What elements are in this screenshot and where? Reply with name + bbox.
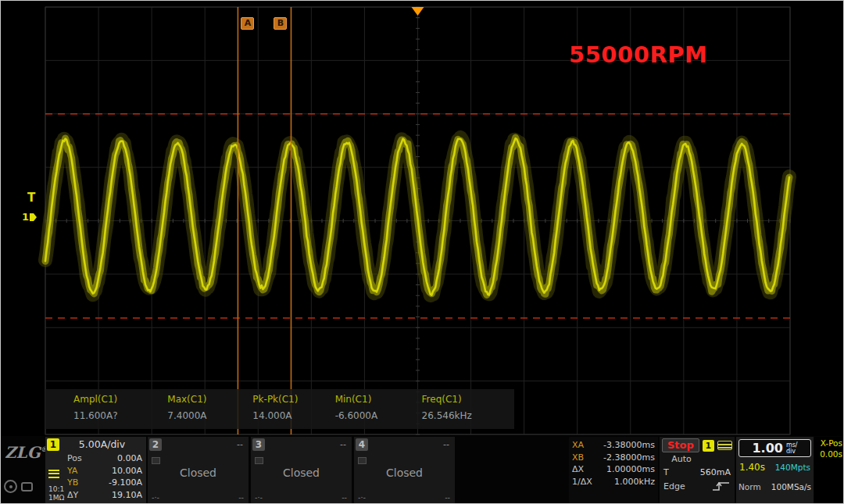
timebase-panel[interactable]: 1.00 ms/ div 1.40s 140Mpts Norm 100MSa/s [736, 437, 814, 504]
front-panel-icons [4, 480, 33, 493]
timebase-scale[interactable]: 1.00 ms/ div [738, 439, 811, 457]
channel4-top-value: -- [443, 439, 453, 449]
row-label: YB [67, 477, 78, 488]
trigger-panel: Stop 1 Auto T 560mA Edge [660, 437, 735, 504]
channel2-header: 2 -- [148, 437, 249, 452]
run-state-button[interactable]: Stop [662, 438, 699, 452]
record-length-time: 1.40s [739, 462, 765, 473]
measurement-item: Pk-Pk(C1) 14.000A [252, 389, 334, 429]
cursor-row: 1/ΔX1.000kHz [569, 476, 658, 488]
cursor-row-label: ΔX [572, 464, 584, 474]
measurement-label: Min(C1) [335, 394, 422, 405]
cursor-row: ΔX1.00000ms [569, 463, 658, 476]
measurement-value: 14.000A [252, 410, 334, 421]
timebase-scale-value: 1.00 [752, 441, 782, 456]
row-value: 10.00A [112, 466, 142, 476]
memory-depth: 140Mpts [775, 463, 810, 472]
channel4-status: Closed [354, 466, 455, 479]
rising-edge-icon [712, 481, 731, 491]
cursor-row-value: -2.38000ms [603, 452, 655, 463]
channel2-top-value: -- [237, 439, 247, 449]
channel1-values: Pos0.00A YA10.00A YB-9.100A ΔY19.10A [67, 452, 146, 501]
channel1-row: ΔY19.10A [67, 489, 146, 502]
row-label: YA [67, 466, 77, 476]
footer-right: -- [445, 493, 450, 502]
measurement-item: Freq(C1) 26.546kHz [422, 389, 514, 429]
measurement-label: Pk-Pk(C1) [252, 394, 334, 405]
xpos-value: 0.00s [814, 449, 842, 459]
measurement-readout: Ampl(C1) 11.600A? Max(C1) 7.4000A Pk-Pk(… [45, 389, 514, 429]
cursor-row-value: -3.38000ms [603, 440, 655, 450]
channel2-status: Closed [148, 466, 249, 479]
trigger-level-value: 560mA [700, 467, 731, 477]
trigger-type-row[interactable]: Edge [660, 481, 735, 491]
channel3-footer: -·- -- [255, 493, 347, 502]
trigger-sweep-mode[interactable]: Auto [662, 454, 701, 464]
channel1-row: YA10.00A [67, 465, 146, 477]
measurement-value: -6.6000A [335, 410, 422, 421]
cursor-row: XB-2.38000ms [569, 452, 658, 464]
rpm-annotation: 55000RPM [569, 41, 707, 68]
row-value: -9.100A [109, 477, 142, 488]
channel3-panel[interactable]: 3 -- Closed -·- -- [251, 437, 352, 504]
footer-left: -·- [358, 493, 366, 502]
cursor-row-value: 1.00000ms [606, 464, 655, 474]
display-icon [717, 441, 732, 450]
input-impedance: 1MΩ [48, 494, 64, 502]
measurement-label: Ampl(C1) [73, 394, 167, 405]
measurement-item: Min(C1) -6.6000A [335, 389, 422, 429]
xpos-panel[interactable]: X-Pos 0.00s [814, 437, 844, 504]
row-value: 19.10A [112, 490, 142, 500]
row-label: ΔY [67, 490, 78, 500]
measurement-label: Max(C1) [167, 394, 252, 405]
channel1-marker-label: 1 [22, 211, 29, 223]
channel1-badge[interactable]: 1 [47, 438, 59, 451]
channel1-panel[interactable]: 1 5.00A/div Pos0.00A YA10.00A YB-9.100A … [45, 437, 146, 504]
row-label: Pos [67, 453, 82, 463]
screen-icon[interactable] [21, 482, 33, 491]
channel4-badge[interactable]: 4 [356, 438, 368, 451]
channel2-panel[interactable]: 2 -- Closed -·- -- [148, 437, 249, 504]
channel3-coupling-icon [255, 457, 263, 464]
channel3-status: Closed [251, 466, 352, 479]
measurement-item: Max(C1) 7.4000A [167, 389, 252, 429]
trigger-level-row: T 560mA [660, 467, 735, 477]
footer-left: -·- [255, 493, 263, 502]
channel3-badge[interactable]: 3 [252, 438, 265, 451]
row-value: 0.00A [117, 453, 142, 463]
channel1-row: YB-9.100A [67, 477, 146, 489]
cursor-b-flag[interactable]: B [274, 17, 287, 30]
status-bar: ZLG® 1 5.00A/div Pos0.00A YA10.00A YB-9.… [1, 436, 844, 504]
trigger-top-row: Stop 1 [660, 437, 735, 454]
waveform-display: 55000RPM A B T 1 Ampl(C1) 11.600A? Max(C… [1, 1, 844, 436]
channel1-scale: 5.00A/div [59, 438, 145, 450]
timebase-unit-bottom: div [786, 449, 798, 455]
timebase-bottom-row: Norm 100MSa/s [736, 482, 814, 491]
channel4-header: 4 -- [354, 437, 455, 452]
sample-rate: 100MSa/s [771, 482, 811, 491]
channel2-badge[interactable]: 2 [149, 438, 162, 451]
timebase-scale-unit: ms/ div [786, 442, 798, 455]
cursor-row: XA-3.38000ms [569, 439, 658, 452]
channel3-header: 3 -- [251, 437, 352, 452]
xpos-label: X-Pos [814, 438, 842, 448]
channel1-row: Pos0.00A [67, 452, 146, 465]
channel2-coupling-icon [152, 457, 160, 464]
measurement-value: 11.600A? [73, 410, 167, 421]
trigger-level-marker[interactable]: T [27, 191, 35, 205]
oscilloscope-screen: 55000RPM A B T 1 Ampl(C1) 11.600A? Max(C… [0, 0, 844, 504]
cursor-row-label: XB [572, 452, 584, 463]
trigger-source-badge[interactable]: 1 [703, 440, 714, 452]
channel4-panel[interactable]: 4 -- Closed -·- -- [354, 437, 455, 504]
footer-right: -- [238, 493, 244, 502]
trigger-level-label: T [663, 467, 669, 477]
channel4-coupling-icon [358, 457, 367, 464]
channel2-footer: -·- -- [152, 493, 244, 502]
trigger-type-label: Edge [663, 481, 685, 491]
channel4-footer: -·- -- [358, 493, 450, 502]
channel1-marker-arrow-icon [30, 213, 38, 222]
channel1-position-marker[interactable]: 1 [22, 211, 38, 223]
cursor-a-flag[interactable]: A [241, 17, 254, 30]
knob-icon[interactable] [4, 480, 17, 493]
cursor-readout-panel: XA-3.38000ms XB-2.38000ms ΔX1.00000ms 1/… [569, 437, 658, 504]
